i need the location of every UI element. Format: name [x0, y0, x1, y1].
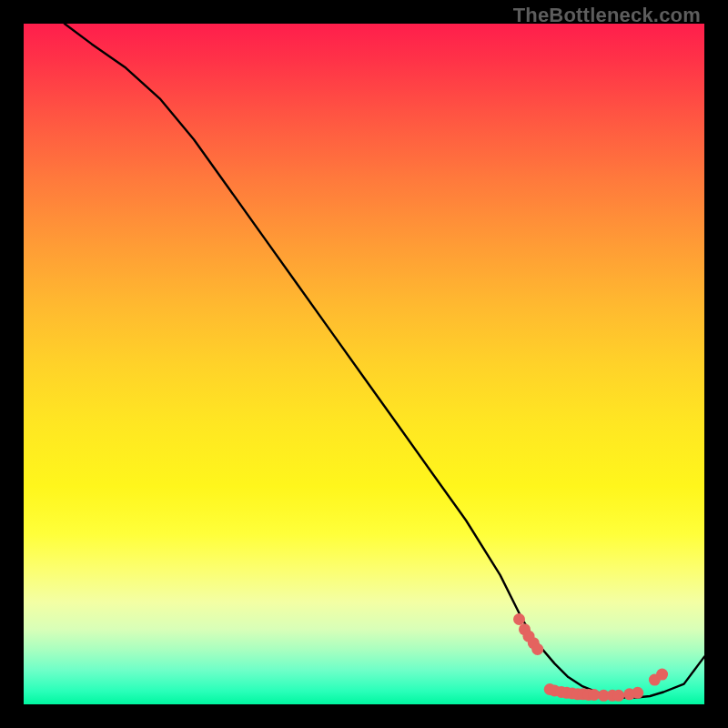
marker-dot: [632, 687, 643, 699]
marker-dot: [513, 613, 525, 625]
curve-line: [65, 24, 704, 698]
marker-dot: [612, 690, 624, 702]
marker-dot: [656, 669, 668, 681]
marker-dot: [531, 643, 543, 655]
marker-dots: [513, 613, 668, 702]
chart-svg: [24, 24, 704, 704]
chart-frame: TheBottleneck.com: [0, 0, 728, 728]
